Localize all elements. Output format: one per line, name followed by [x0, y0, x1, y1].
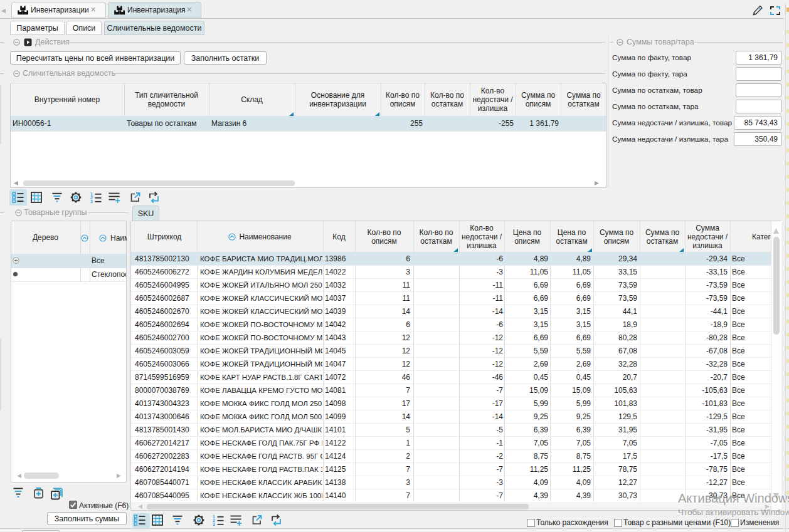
- svg-text:3: 3: [90, 199, 93, 204]
- svg-text:3: 3: [213, 522, 215, 526]
